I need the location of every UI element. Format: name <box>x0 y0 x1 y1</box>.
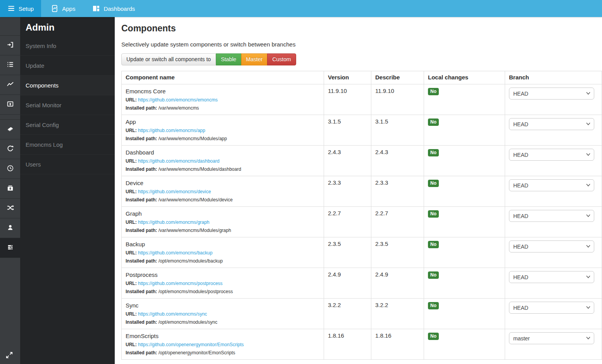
component-cell: PostprocessURL: https://github.com/emonc… <box>122 268 324 299</box>
sync-refresh-icon <box>7 145 14 154</box>
sidebar-item-update[interactable]: Update <box>20 56 115 76</box>
tab-setup[interactable]: Setup <box>0 0 41 17</box>
tab-dashboards[interactable]: Dashboards <box>85 0 142 17</box>
component-cell: Emoncms CoreURL: https://github.com/emon… <box>122 84 324 115</box>
table-row: GraphURL: https://github.com/emoncms/gra… <box>122 207 602 237</box>
dashboards-icon <box>92 5 100 12</box>
sidebar-graph-button[interactable] <box>0 75 20 95</box>
sidebar-database-button[interactable] <box>0 120 20 139</box>
describe-value: 1.8.16 <box>371 329 424 360</box>
version-value: 2.4.3 <box>324 146 371 176</box>
describe-value: 11.9.10 <box>371 84 424 115</box>
sidebar-user-button[interactable] <box>0 218 20 238</box>
master-button[interactable]: Master <box>241 53 268 65</box>
branch-select[interactable]: HEAD <box>509 302 594 314</box>
sidebar-clock-button[interactable] <box>0 159 20 179</box>
url-label: URL: <box>126 128 137 133</box>
custom-button[interactable]: Custom <box>267 53 296 65</box>
update-all-label-button[interactable]: Update or switch all components to <box>121 53 216 65</box>
component-name: Device <box>126 179 320 187</box>
component-name: Graph <box>126 210 320 217</box>
column-header: Local changes <box>424 71 505 84</box>
local-changes-badge: No <box>428 149 439 156</box>
version-value: 11.9.10 <box>324 84 371 115</box>
branch-select[interactable]: HEAD <box>509 118 594 130</box>
describe-value: 2.4.3 <box>371 146 424 176</box>
url-label: URL: <box>126 220 137 225</box>
branch-select[interactable]: HEAD <box>509 210 594 222</box>
sidebar-item-emoncms-log[interactable]: Emoncms Log <box>20 135 115 155</box>
tab-label: Setup <box>19 5 34 12</box>
url-label: URL: <box>126 250 137 256</box>
branch-select[interactable]: HEAD <box>509 179 594 191</box>
hamburger-icon <box>7 5 15 12</box>
graph-icon <box>7 81 14 89</box>
branch-select[interactable]: HEAD <box>509 271 594 283</box>
component-url-link[interactable]: https://github.com/emoncms/app <box>138 128 205 133</box>
component-cell: BackupURL: https://github.com/emoncms/ba… <box>122 237 324 268</box>
local-changes-cell: No <box>424 329 505 360</box>
sidebar-visualisation-button[interactable] <box>0 95 20 115</box>
component-url-link[interactable]: https://github.com/emoncms/postprocess <box>138 281 223 286</box>
branch-select[interactable]: HEAD <box>509 149 594 161</box>
sidebar-admin-server-button[interactable] <box>0 238 20 258</box>
version-value: 2.3.5 <box>324 237 371 268</box>
table-row: PostprocessURL: https://github.com/emonc… <box>122 268 602 299</box>
installed-path-value: /opt/emoncms/modules/backup <box>159 258 223 264</box>
component-url-link[interactable]: https://github.com/emoncms/backup <box>138 250 212 256</box>
admin-sidebar: Admin System InfoUpdateComponentsSerial … <box>20 17 115 364</box>
component-url-link[interactable]: https://github.com/emoncms/device <box>138 189 211 194</box>
branch-select[interactable]: master <box>509 332 594 344</box>
topbar: SetupAppsDashboards <box>0 0 602 17</box>
stable-button[interactable]: Stable <box>216 53 241 65</box>
column-header: Branch <box>505 71 602 84</box>
describe-value: 2.3.3 <box>371 176 424 207</box>
component-url-link[interactable]: https://github.com/openenergymonitor/Emo… <box>138 342 244 347</box>
tab-apps[interactable]: Apps <box>43 0 83 17</box>
page-title: Components <box>121 23 602 34</box>
sidebar-item-serial-monitor[interactable]: Serial Monitor <box>20 95 115 115</box>
table-row: DeviceURL: https://github.com/emoncms/de… <box>122 176 602 207</box>
branch-cell: HEAD <box>505 237 602 268</box>
sidebar-sync-refresh-button[interactable] <box>0 139 20 159</box>
branch-select[interactable]: HEAD <box>509 240 594 252</box>
clock-icon <box>7 165 14 173</box>
expand-sidebar-button[interactable] <box>5 351 14 360</box>
sidebar-backup-button[interactable] <box>0 179 20 199</box>
branch-select[interactable]: HEAD <box>509 88 594 100</box>
branch-cell: master <box>505 329 602 360</box>
installed-path-label: Installed path: <box>126 136 157 141</box>
installed-path-value: /var/www/emoncms <box>159 105 199 111</box>
sidebar-item-components[interactable]: Components <box>20 76 115 95</box>
installed-path-value: /var/www/emoncms/Modules/graph <box>159 228 231 233</box>
database-icon <box>7 125 14 134</box>
sidebar-title: Admin <box>20 17 115 36</box>
branch-cell: HEAD <box>505 207 602 237</box>
component-url-link[interactable]: https://github.com/emoncms/sync <box>138 311 207 317</box>
sidebar-shuffle-button[interactable] <box>0 199 20 218</box>
sidebar-input-button[interactable] <box>0 36 20 55</box>
component-url-link[interactable]: https://github.com/emoncms/dashboard <box>138 158 219 164</box>
version-value: 2.2.7 <box>324 207 371 237</box>
component-url-link[interactable]: https://github.com/emoncms/emoncms <box>138 97 217 103</box>
sidebar-feed-list-button[interactable] <box>0 55 20 75</box>
components-table: Component nameVersionDescribeLocal chang… <box>121 71 602 360</box>
branch-cell: HEAD <box>505 146 602 176</box>
sidebar-item-system-info[interactable]: System Info <box>20 36 115 56</box>
visualisation-icon <box>7 100 14 109</box>
table-row: EmonScriptsURL: https://github.com/opene… <box>122 329 602 360</box>
url-label: URL: <box>126 189 137 194</box>
component-url-link[interactable]: https://github.com/emoncms/graph <box>138 220 209 225</box>
installed-path-label: Installed path: <box>126 105 157 111</box>
branch-cell: HEAD <box>505 84 602 115</box>
component-name: Postprocess <box>126 271 320 278</box>
installed-path-value: /opt/emoncms/modules/postprocess <box>159 289 233 294</box>
installed-path-value: /var/www/emoncms/Modules/app <box>159 136 227 141</box>
installed-path-value: /opt/emoncms/modules/sync <box>159 319 217 325</box>
local-changes-badge: No <box>428 88 439 95</box>
sidebar-item-users[interactable]: Users <box>20 155 115 174</box>
installed-path-value: /opt/openenergymonitor/EmonScripts <box>159 350 235 355</box>
local-changes-cell: No <box>424 176 505 207</box>
component-cell: EmonScriptsURL: https://github.com/opene… <box>122 329 324 360</box>
sidebar-item-serial-config[interactable]: Serial Config <box>20 115 115 135</box>
